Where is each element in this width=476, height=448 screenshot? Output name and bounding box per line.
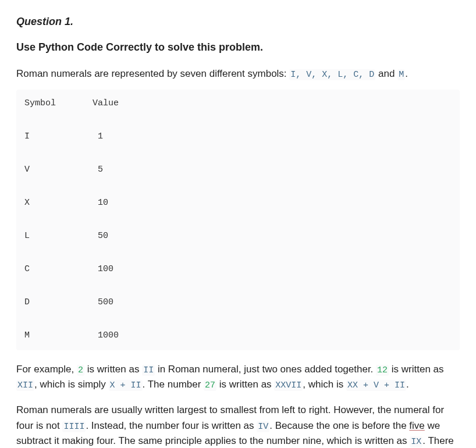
val-1000: 1000 <box>98 330 119 340</box>
t: , which is <box>303 379 346 390</box>
t: in Roman numeral, just two ones added to… <box>155 364 376 375</box>
val-10: 10 <box>98 198 108 208</box>
sym-i: I <box>24 131 30 141</box>
val-50: 50 <box>98 231 108 241</box>
t: . Because the one is before the <box>269 420 409 431</box>
code-xxvii: XXVII <box>274 380 303 391</box>
val-5: 5 <box>98 165 103 175</box>
val-500: 500 <box>98 297 113 307</box>
symbol-value-table: Symbol Value I 1 V 5 X 10 L 50 C 100 D 5… <box>16 90 460 350</box>
sym-l: L <box>24 231 30 241</box>
example-paragraph: For example, 2 is written as II in Roman… <box>16 362 460 393</box>
sym-x: X <box>24 198 30 208</box>
code-2: 2 <box>77 365 84 376</box>
underline-five: five <box>409 420 424 431</box>
sym-m: M <box>24 330 30 340</box>
t: For example, <box>16 364 77 375</box>
sym-c: C <box>24 264 30 274</box>
question-subtitle: Use Python Code Correctly to solve this … <box>16 40 460 56</box>
code-xx-v-ii: XX + V + II <box>346 380 406 391</box>
question-title: Question 1. <box>16 14 460 30</box>
code-12: 12 <box>376 365 389 376</box>
code-ii: II <box>142 365 155 376</box>
col-header-value: Value <box>93 98 119 108</box>
t: . The number <box>143 379 204 390</box>
code-x-plus-ii: X + II <box>109 380 143 391</box>
intro-and: and <box>375 68 397 79</box>
t: . Instead, the number four is written as <box>86 420 257 431</box>
t: , which is simply <box>34 379 109 390</box>
sym-d: D <box>24 297 30 307</box>
intro-dot: . <box>405 68 408 79</box>
intro-text: Roman numerals are represented by seven … <box>16 68 289 79</box>
symbol-list: I, V, X, L, C, D <box>289 69 375 80</box>
val-1: 1 <box>98 131 103 141</box>
col-header-symbol: Symbol <box>24 98 56 108</box>
sym-v: V <box>24 165 30 175</box>
code-ix: IX <box>410 436 422 447</box>
code-xii: XII <box>16 380 34 391</box>
t: is written as <box>84 364 142 375</box>
t: is written as <box>389 364 443 375</box>
code-iv: IV <box>257 421 269 432</box>
t: is written as <box>216 379 274 390</box>
val-100: 100 <box>98 264 113 274</box>
subtraction-paragraph: Roman numerals are usually written large… <box>16 403 460 448</box>
code-iiii: IIII <box>62 421 86 432</box>
intro-paragraph: Roman numerals are represented by seven … <box>16 66 460 81</box>
symbol-m: M <box>397 69 405 80</box>
t: . <box>406 379 409 390</box>
code-27: 27 <box>204 380 216 391</box>
